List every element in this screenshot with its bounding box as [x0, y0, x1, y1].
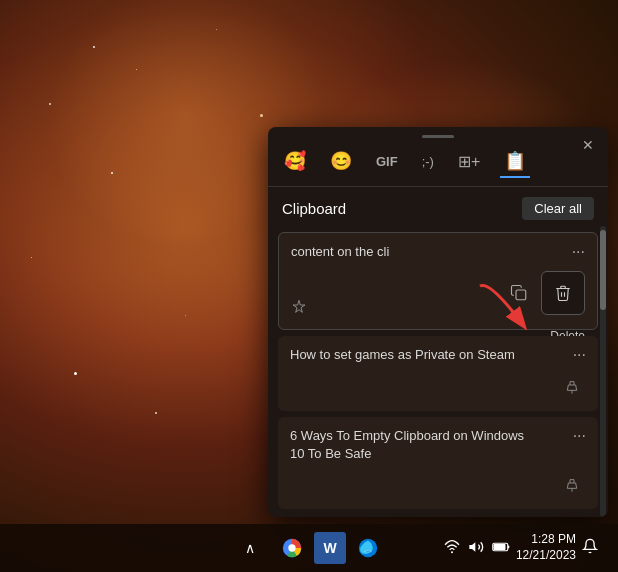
- svg-point-6: [288, 544, 295, 551]
- tab-kaomoji[interactable]: ;-): [418, 150, 438, 175]
- svg-rect-11: [508, 545, 510, 548]
- clipboard-item-3-text: 6 Ways To Empty Clipboard on Windows 10 …: [290, 427, 565, 463]
- taskbar-right: 1:28 PM 12/21/2023: [444, 532, 610, 563]
- svg-point-8: [451, 551, 453, 553]
- close-button[interactable]: ✕: [578, 135, 598, 155]
- tab-emoji[interactable]: 🥰: [280, 146, 310, 178]
- clipboard-item-1[interactable]: content on the cli ···: [278, 232, 598, 330]
- notification-icon[interactable]: [582, 538, 598, 558]
- scrollbar-track: [600, 226, 606, 517]
- clipboard-item-3-pin[interactable]: [558, 471, 586, 499]
- category-tabs: 🥰 😊 GIF ;-) ⊞+ 📋: [268, 142, 608, 187]
- taskbar-center: ∧ W: [230, 528, 388, 568]
- clipboard-item-3[interactable]: 6 Ways To Empty Clipboard on Windows 10 …: [278, 417, 598, 509]
- clipboard-items-list: content on the cli ···: [268, 226, 608, 517]
- volume-icon[interactable]: [468, 539, 484, 558]
- panel-scroll-area: content on the cli ···: [268, 226, 608, 517]
- clipboard-item-1-more[interactable]: ···: [572, 243, 585, 261]
- scrollbar-thumb[interactable]: [600, 230, 606, 310]
- svg-rect-12: [493, 544, 505, 550]
- tab-smiley[interactable]: 😊: [326, 146, 356, 178]
- clipboard-item-1-text: content on the cli: [291, 243, 413, 261]
- clock-time: 1:28 PM: [516, 532, 576, 548]
- word-icon[interactable]: W: [314, 532, 346, 564]
- svg-marker-9: [469, 542, 475, 551]
- clipboard-item-2-text: How to set games as Private on Steam: [290, 346, 539, 364]
- system-tray-icons: [444, 539, 510, 558]
- clock-date: 12/21/2023: [516, 548, 576, 564]
- clipboard-item-1-delete[interactable]: [541, 271, 585, 315]
- wifi-icon[interactable]: [444, 539, 460, 558]
- battery-icon[interactable]: [492, 539, 510, 558]
- delete-button-container: Delete: [541, 271, 585, 315]
- clipboard-item-1-copy[interactable]: [505, 279, 533, 307]
- clipboard-header: Clipboard Clear all: [268, 187, 608, 226]
- clipboard-item-2-pin[interactable]: [558, 373, 586, 401]
- clipboard-item-2-more[interactable]: ···: [573, 346, 586, 364]
- browser-icon[interactable]: [348, 528, 388, 568]
- clipboard-title: Clipboard: [282, 200, 346, 217]
- tab-symbols[interactable]: ⊞+: [454, 148, 484, 177]
- tab-clipboard[interactable]: 📋: [500, 146, 530, 178]
- panel-drag-handle: [268, 127, 608, 142]
- tab-gif[interactable]: GIF: [372, 150, 402, 175]
- clear-all-button[interactable]: Clear all: [522, 197, 594, 220]
- show-desktop-button[interactable]: ∧: [230, 528, 270, 568]
- chrome-icon[interactable]: [272, 528, 312, 568]
- system-clock[interactable]: 1:28 PM 12/21/2023: [516, 532, 576, 563]
- clipboard-panel: ✕ 🥰 😊 GIF ;-) ⊞+ 📋 Clipboard Clear all c…: [268, 127, 608, 517]
- clipboard-item-1-pin[interactable]: [291, 299, 307, 319]
- clipboard-item-2[interactable]: How to set games as Private on Steam ···: [278, 336, 598, 410]
- svg-rect-0: [516, 290, 526, 300]
- taskbar: ∧ W: [0, 524, 618, 572]
- drag-bar: [422, 135, 454, 138]
- clipboard-item-3-more[interactable]: ···: [573, 427, 586, 445]
